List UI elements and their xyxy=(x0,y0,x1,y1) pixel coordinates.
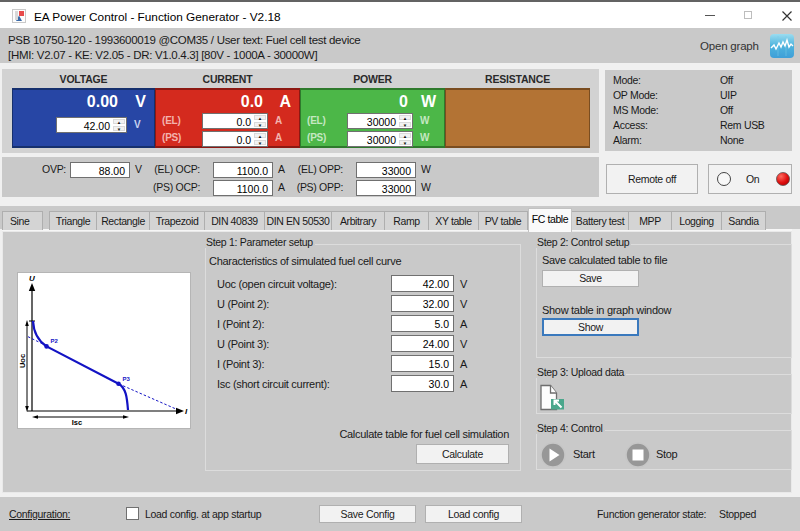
svg-text:P3: P3 xyxy=(123,376,131,382)
svg-text:Uoc: Uoc xyxy=(18,354,27,368)
svg-text:U: U xyxy=(29,274,35,283)
svg-text:P2: P2 xyxy=(51,338,59,344)
svg-text:Isc: Isc xyxy=(72,418,82,427)
svg-text:I: I xyxy=(185,407,188,416)
